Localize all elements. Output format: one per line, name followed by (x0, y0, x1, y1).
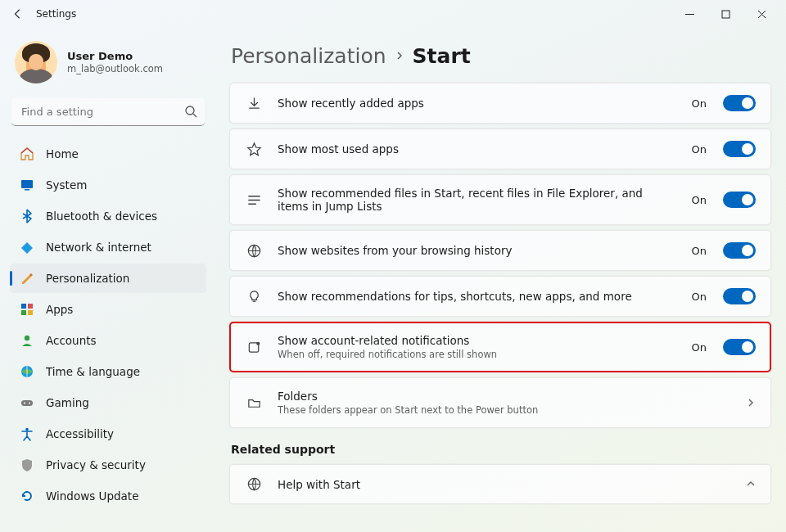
nav-label: Windows Update (46, 489, 138, 503)
chevron-right-icon (746, 395, 756, 411)
toggle-most-used[interactable] (723, 141, 756, 157)
nav: Home System Bluetooth & devices Network … (10, 139, 206, 511)
accounts-icon (20, 333, 34, 348)
svg-rect-7 (28, 310, 33, 315)
setting-tips: Show recommendations for tips, shortcuts… (229, 276, 771, 317)
lightbulb-icon (245, 289, 263, 304)
svg-rect-2 (21, 180, 33, 188)
nav-system[interactable]: System (10, 170, 206, 200)
user-name: User Demo (67, 50, 163, 63)
setting-most-used: Show most used apps On (229, 128, 771, 169)
chevron-right-icon (395, 48, 404, 64)
toggle-recommended-files[interactable] (723, 192, 756, 208)
toggle-state: On (692, 97, 707, 110)
system-icon (20, 178, 34, 192)
nav-privacy[interactable]: Privacy & security (10, 450, 206, 480)
svg-rect-3 (25, 189, 29, 191)
search-icon (184, 105, 197, 121)
window-title: Settings (36, 8, 76, 20)
nav-network[interactable]: Network & internet (10, 232, 206, 262)
setting-recently-added: Show recently added apps On (229, 83, 771, 124)
setting-folders[interactable]: Folders These folders appear on Start ne… (229, 377, 771, 428)
list-icon (245, 192, 263, 208)
toggle-state: On (692, 245, 707, 257)
back-button[interactable] (7, 2, 29, 25)
nav-accounts[interactable]: Accounts (10, 326, 206, 355)
globe-icon (245, 243, 263, 259)
setting-label: Show recently added apps (278, 97, 677, 110)
toggle-recently-added[interactable] (723, 95, 756, 111)
setting-sublabel: When off, required notifications are sti… (278, 349, 677, 360)
toggle-state: On (692, 341, 707, 354)
user-email: m_lab@outlook.com (67, 63, 163, 74)
breadcrumb: Personalization Start (231, 44, 771, 68)
setting-label: Show account-related notifications (278, 334, 677, 347)
time-icon (20, 364, 34, 379)
setting-label: Show recommended files in Start, recent … (278, 187, 677, 213)
setting-label: Help with Start (278, 478, 731, 491)
toggle-websites[interactable] (723, 242, 756, 259)
nav-label: System (46, 178, 87, 192)
setting-label: Show most used apps (278, 142, 677, 156)
update-icon (20, 489, 34, 503)
nav-bluetooth[interactable]: Bluetooth & devices (10, 201, 206, 231)
svg-point-11 (24, 403, 25, 404)
svg-rect-6 (21, 310, 26, 315)
search-input[interactable] (11, 98, 205, 126)
breadcrumb-parent[interactable]: Personalization (231, 44, 386, 68)
minimize-button[interactable] (671, 2, 707, 26)
nav-label: Gaming (46, 396, 89, 409)
svg-point-16 (256, 341, 260, 345)
nav-time[interactable]: Time & language (10, 357, 206, 386)
user-card[interactable]: User Demo m_lab@outlook.com (10, 34, 206, 98)
main-panel: Personalization Start Show recently adde… (215, 28, 786, 532)
nav-apps[interactable]: Apps (10, 295, 206, 324)
setting-websites: Show websites from your browsing history… (229, 230, 771, 271)
svg-rect-10 (21, 400, 33, 406)
nav-label: Apps (46, 303, 73, 316)
nav-accessibility[interactable]: Accessibility (10, 419, 206, 449)
nav-label: Network & internet (46, 241, 151, 254)
nav-label: Accessibility (46, 427, 114, 440)
toggle-tips[interactable] (723, 288, 756, 304)
close-button[interactable] (743, 2, 779, 26)
titlebar: Settings (0, 0, 786, 28)
breadcrumb-current: Start (413, 44, 471, 68)
bluetooth-icon (20, 209, 34, 223)
svg-point-8 (25, 336, 29, 340)
svg-point-13 (25, 428, 29, 431)
sidebar: User Demo m_lab@outlook.com Home System … (0, 28, 215, 532)
nav-label: Bluetooth & devices (46, 210, 157, 223)
toggle-state: On (692, 194, 707, 206)
search-container (11, 98, 205, 126)
setting-label: Show websites from your browsing history (278, 244, 677, 257)
globe-icon (245, 476, 263, 492)
toggle-state: On (692, 291, 707, 303)
nav-label: Privacy & security (46, 458, 146, 471)
nav-personalization[interactable]: Personalization (10, 264, 206, 293)
nav-home[interactable]: Home (10, 139, 206, 169)
toggle-state: On (692, 143, 707, 156)
svg-rect-4 (21, 304, 26, 309)
setting-recommended-files: Show recommended files in Start, recent … (229, 174, 771, 225)
chevron-up-icon (746, 476, 756, 492)
nav-gaming[interactable]: Gaming (10, 388, 206, 417)
network-icon (20, 240, 34, 255)
apps-icon (20, 302, 34, 317)
nav-label: Personalization (46, 272, 129, 285)
download-icon (245, 96, 263, 111)
nav-label: Time & language (46, 365, 140, 378)
svg-rect-5 (28, 304, 33, 309)
maximize-button[interactable] (707, 2, 743, 26)
nav-label: Accounts (46, 334, 97, 347)
toggle-account-notifications[interactable] (723, 339, 756, 355)
folder-icon (245, 395, 263, 411)
setting-sublabel: These folders appear on Start next to th… (278, 404, 731, 416)
svg-rect-0 (722, 11, 730, 18)
accessibility-icon (20, 426, 34, 441)
svg-point-1 (186, 106, 194, 115)
svg-point-12 (29, 403, 30, 404)
nav-update[interactable]: Windows Update (10, 481, 206, 511)
star-icon (245, 142, 263, 157)
help-with-start[interactable]: Help with Start (229, 464, 771, 504)
